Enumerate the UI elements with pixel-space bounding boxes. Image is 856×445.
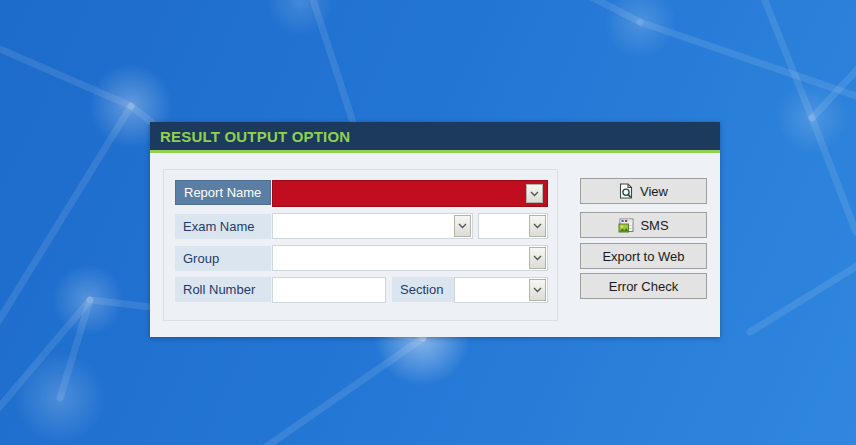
chevron-down-icon	[458, 223, 467, 229]
sms-button[interactable]: SMS	[580, 212, 707, 238]
result-output-panel: RESULT OUTPUT OPTION Report Name Exam Na…	[150, 122, 720, 337]
sms-message-icon	[618, 218, 634, 233]
view-button-label: View	[640, 184, 668, 199]
roll-number-label: Roll Number	[175, 277, 271, 302]
group-combo-arrow-button[interactable]	[529, 247, 546, 269]
group-label: Group	[175, 246, 271, 271]
chevron-down-icon	[533, 255, 542, 261]
exam-name-secondary-combo-arrow-button[interactable]	[529, 215, 546, 237]
exam-name-combobox[interactable]	[272, 213, 473, 239]
print-preview-icon	[619, 183, 634, 199]
export-to-web-button[interactable]: Export to Web	[580, 243, 707, 269]
report-name-combobox[interactable]	[272, 180, 548, 207]
panel-header: RESULT OUTPUT OPTION	[150, 122, 720, 150]
exam-name-label: Exam Name	[175, 214, 271, 239]
panel-title: RESULT OUTPUT OPTION	[160, 128, 350, 145]
view-button[interactable]: View	[580, 178, 707, 204]
exam-name-secondary-combobox[interactable]	[478, 213, 548, 239]
section-combo-arrow-button[interactable]	[529, 279, 546, 301]
group-combobox[interactable]	[272, 245, 548, 271]
error-check-button-label: Error Check	[609, 279, 678, 294]
chevron-down-icon	[530, 191, 539, 197]
exam-name-combobox-value	[273, 214, 472, 238]
error-check-button[interactable]: Error Check	[580, 273, 707, 299]
exam-name-combo-arrow-button[interactable]	[454, 215, 471, 237]
group-combobox-value	[273, 246, 547, 270]
report-name-label: Report Name	[175, 180, 271, 205]
report-name-combobox-value	[273, 181, 547, 205]
chevron-down-icon	[533, 223, 542, 229]
roll-number-input[interactable]	[272, 277, 386, 303]
sms-button-label: SMS	[640, 218, 668, 233]
section-combobox[interactable]	[454, 277, 548, 303]
export-to-web-button-label: Export to Web	[602, 249, 684, 264]
chevron-down-icon	[533, 287, 542, 293]
section-label: Section	[392, 277, 454, 302]
report-name-combo-arrow-button[interactable]	[526, 184, 543, 203]
header-accent-bar	[150, 150, 720, 153]
desktop-screen: RESULT OUTPUT OPTION Report Name Exam Na…	[0, 0, 856, 445]
